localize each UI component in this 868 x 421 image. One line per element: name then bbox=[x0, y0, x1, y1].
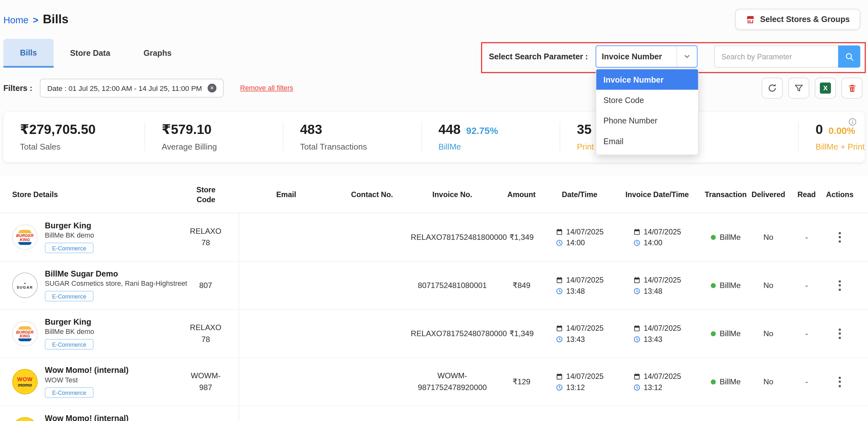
column-header-email: Email bbox=[239, 190, 333, 200]
stats-card: ₹279,705.50Total Sales₹579.10Average Bil… bbox=[3, 112, 865, 162]
invoice-number-cell: RELAXO781752480780000 bbox=[411, 310, 494, 358]
calendar-icon bbox=[556, 228, 563, 236]
invoice-number-cell: 8071752481080001 bbox=[411, 262, 494, 309]
transaction-type: BillMe bbox=[720, 378, 741, 387]
store-icon bbox=[746, 15, 755, 24]
store-logo: WOWmomo bbox=[12, 418, 38, 421]
store-logo: WOWmomo bbox=[12, 369, 38, 395]
menu-item-email[interactable]: Email bbox=[596, 131, 698, 151]
table-header: Store DetailsStore CodeEmailContact No.I… bbox=[0, 176, 868, 213]
amount-cell: ₹1,349 bbox=[494, 310, 550, 358]
top-bar: Home > Bills Select Stores & Groups bbox=[0, 0, 868, 30]
tab-bills[interactable]: Bills bbox=[3, 39, 53, 68]
ecommerce-badge: E-Commerce bbox=[45, 339, 93, 350]
column-header-read: Read bbox=[789, 190, 824, 200]
info-icon[interactable] bbox=[848, 117, 857, 128]
excel-export-button[interactable]: X bbox=[815, 78, 836, 98]
table-row: BURGERKING Burger King BillMe BK demo E-… bbox=[0, 310, 868, 358]
store-details-cell: BURGERKING Burger King BillMe BK demo E-… bbox=[12, 310, 173, 358]
clock-icon bbox=[556, 384, 563, 391]
search-box bbox=[714, 45, 860, 67]
transaction-type: BillMe bbox=[720, 281, 741, 290]
actions-cell bbox=[824, 262, 856, 309]
store-name: Burger King bbox=[45, 221, 91, 230]
contact-cell bbox=[333, 310, 411, 358]
invoice-datetime-cell: 14/07/2025 13:48 bbox=[610, 262, 704, 309]
row-actions-menu[interactable] bbox=[835, 324, 844, 343]
menu-item-phone-number[interactable]: Phone Number bbox=[596, 110, 698, 131]
row-actions-menu[interactable] bbox=[835, 228, 844, 247]
menu-item-store-code[interactable]: Store Code bbox=[596, 90, 698, 110]
tab-graphs[interactable]: Graphs bbox=[127, 39, 188, 68]
column-header-actions: Actions bbox=[824, 190, 856, 200]
clock-icon bbox=[556, 239, 563, 246]
select-stores-button[interactable]: Select Stores & Groups bbox=[735, 9, 860, 30]
read-cell: - bbox=[789, 358, 824, 406]
table-row: BURGERKING Burger King BillMe BK demo E-… bbox=[0, 214, 868, 262]
store-subtitle: BillMe BK demo bbox=[45, 328, 94, 336]
invoice-datetime-cell: 14/07/2025 14:00 bbox=[610, 214, 704, 261]
date-filter-chip[interactable]: Date : 01 Jul 25, 12:00 AM - 14 Jul 25, … bbox=[40, 79, 223, 98]
store-name: Burger King bbox=[45, 318, 91, 327]
refresh-button[interactable] bbox=[762, 78, 783, 98]
search-parameter-label: Select Search Parameter : bbox=[489, 52, 588, 61]
status-dot bbox=[711, 283, 716, 288]
column-header-contact-no: Contact No. bbox=[333, 190, 411, 200]
delivered-cell: No bbox=[747, 214, 789, 261]
actions-cell bbox=[824, 214, 856, 261]
transaction-cell: BillMe bbox=[704, 406, 747, 421]
filters-row: Filters : Date : 01 Jul 25, 12:00 AM - 1… bbox=[0, 71, 868, 104]
clock-icon bbox=[633, 288, 640, 295]
stat-total-sales: ₹279,705.50Total Sales bbox=[3, 122, 145, 151]
read-cell: - bbox=[789, 262, 824, 309]
email-cell bbox=[239, 358, 333, 406]
store-details-cell: WOWmomo Wow Momo! (internal) WOW Test E-… bbox=[12, 406, 173, 421]
chevron-down-icon[interactable] bbox=[676, 46, 697, 67]
read-cell: - bbox=[789, 310, 824, 358]
contact-cell bbox=[333, 358, 411, 406]
store-details-cell: BURGERKING Burger King BillMe BK demo E-… bbox=[12, 214, 173, 261]
email-cell bbox=[239, 310, 333, 358]
remove-filter-icon[interactable]: ✕ bbox=[208, 84, 217, 92]
search-button[interactable] bbox=[838, 45, 860, 67]
datetime-cell: 14/07/2025 13:43 bbox=[549, 310, 610, 358]
date-filter-text: Date : 01 Jul 25, 12:00 AM - 14 Jul 25, … bbox=[47, 84, 202, 92]
delivered-cell: No bbox=[747, 262, 789, 309]
row-actions-menu[interactable] bbox=[835, 372, 844, 391]
datetime-cell: 14/07/2025 bbox=[549, 406, 610, 421]
select-stores-label: Select Stores & Groups bbox=[760, 15, 850, 24]
search-input[interactable] bbox=[714, 45, 838, 67]
calendar-icon bbox=[633, 373, 640, 380]
breadcrumb-separator: > bbox=[33, 15, 38, 26]
transaction-cell: BillMe bbox=[704, 214, 747, 261]
store-subtitle: WOW Test bbox=[45, 377, 78, 384]
ecommerce-badge: E-Commerce bbox=[45, 243, 93, 253]
stat-average-billing: ₹579.10Average Billing bbox=[145, 122, 283, 151]
search-parameter-select[interactable]: Invoice Number Invoice NumberStore CodeP… bbox=[596, 45, 698, 67]
transaction-cell: BillMe bbox=[704, 358, 747, 406]
filters-label: Filters : bbox=[3, 84, 32, 92]
table-toolbar: X bbox=[762, 78, 863, 98]
column-header-date-time: Date/Time bbox=[549, 190, 610, 200]
invoice-number-cell: RELAXO781752481800000 bbox=[411, 214, 494, 261]
table-row: WOWmomo Wow Momo! (internal) WOW Test E-… bbox=[0, 358, 868, 406]
status-dot bbox=[711, 331, 716, 336]
transaction-cell: BillMe bbox=[704, 310, 747, 358]
status-dot bbox=[711, 235, 716, 240]
breadcrumb-home-link[interactable]: Home bbox=[3, 15, 28, 26]
store-logo: SUGAR bbox=[12, 273, 38, 298]
row-actions-menu[interactable] bbox=[835, 276, 844, 295]
menu-item-invoice-number[interactable]: Invoice Number bbox=[596, 69, 698, 90]
filter-button[interactable] bbox=[788, 78, 809, 98]
actions-cell bbox=[824, 310, 856, 358]
bills-table: Store DetailsStore CodeEmailContact No.I… bbox=[0, 176, 868, 421]
column-header-store-details: Store Details bbox=[12, 190, 173, 200]
read-cell: - bbox=[789, 214, 824, 261]
delete-button[interactable] bbox=[841, 78, 863, 98]
amount-cell: ₹195 bbox=[494, 406, 550, 421]
remove-all-filters-link[interactable]: Remove all filters bbox=[240, 84, 293, 92]
datetime-cell: 14/07/2025 13:48 bbox=[549, 262, 610, 309]
store-details-cell: WOWmomo Wow Momo! (internal) WOW Test E-… bbox=[12, 358, 173, 406]
tab-store-data[interactable]: Store Data bbox=[54, 39, 127, 68]
store-code-cell: 807 bbox=[173, 262, 239, 309]
